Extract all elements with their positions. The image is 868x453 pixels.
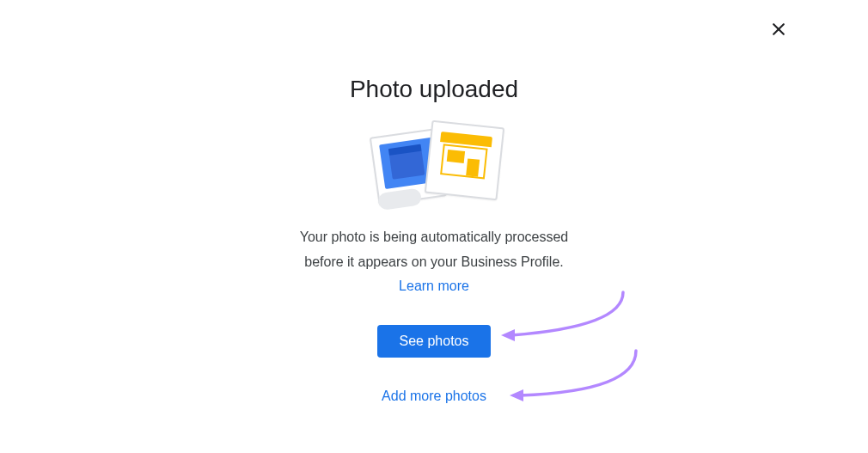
see-photos-button[interactable]: See photos bbox=[377, 325, 492, 358]
description-line-1: Your photo is being automatically proces… bbox=[300, 227, 569, 248]
add-more-photos-link[interactable]: Add more photos bbox=[382, 389, 486, 404]
photo-frame-front-icon bbox=[425, 120, 504, 200]
learn-more-link[interactable]: Learn more bbox=[399, 279, 469, 294]
close-icon bbox=[770, 21, 787, 38]
photo-illustration bbox=[357, 124, 511, 210]
close-button[interactable] bbox=[767, 17, 791, 41]
dialog-content: Photo uploaded Your photo is being autom… bbox=[0, 0, 868, 404]
dialog-title: Photo uploaded bbox=[350, 76, 518, 103]
description-line-2: before it appears on your Business Profi… bbox=[304, 252, 564, 273]
